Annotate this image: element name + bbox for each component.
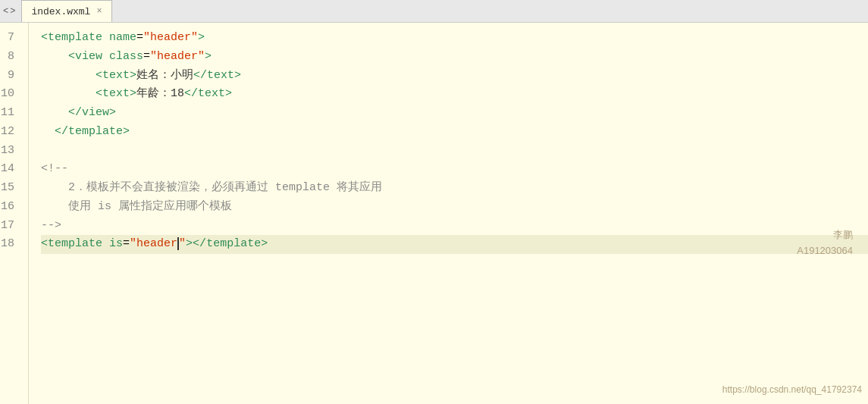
editor-container: 7 8 9 10 11 12 13 14 15 16 17 18 <templa…	[0, 23, 868, 404]
line-num-17: 17	[0, 217, 20, 236]
code-line-7: <template name="header">	[41, 29, 868, 48]
code-line-9: <text>姓名：小明</text>	[41, 67, 868, 86]
line-num-16: 16	[0, 198, 20, 217]
line-num-9: 9	[0, 67, 20, 86]
csdn-link: https://blog.csdn.net/qq_41792374	[722, 383, 868, 398]
code-line-17: -->	[41, 217, 868, 236]
code-line-18: <template is="header"></template>	[41, 235, 868, 254]
tab-nav-arrows[interactable]: < >	[3, 6, 15, 17]
line-numbers: 7 8 9 10 11 12 13 14 15 16 17 18	[0, 23, 29, 404]
file-tab[interactable]: index.wxml ×	[21, 0, 111, 22]
line-num-11: 11	[0, 104, 20, 123]
code-line-12: </template>	[41, 123, 868, 142]
tab-close-button[interactable]: ×	[96, 6, 102, 17]
code-line-8: <view class="header">	[41, 48, 868, 67]
line-num-14: 14	[0, 160, 20, 179]
nav-forward-arrow[interactable]: >	[10, 6, 15, 17]
code-line-10: <text>年龄：18</text>	[41, 85, 868, 104]
line-num-18: 18	[0, 235, 20, 254]
code-area[interactable]: <template name="header"> <view class="he…	[29, 23, 868, 404]
nav-back-arrow[interactable]: <	[3, 6, 8, 17]
line-num-15: 15	[0, 179, 20, 198]
code-line-16: 使用 is 属性指定应用哪个模板	[41, 198, 868, 217]
line-num-10: 10	[0, 85, 20, 104]
line-num-7: 7	[0, 29, 20, 48]
code-line-14: <!--	[41, 160, 868, 179]
code-line-13	[41, 142, 868, 161]
line-num-8: 8	[0, 48, 20, 67]
line-num-13: 13	[0, 142, 20, 161]
tab-filename: index.wxml	[31, 6, 90, 17]
code-line-11: </view>	[41, 104, 868, 123]
code-line-15: 2．模板并不会直接被渲染，必须再通过 template 将其应用	[41, 179, 868, 198]
tab-bar: < > index.wxml ×	[0, 0, 868, 23]
line-num-12: 12	[0, 123, 20, 142]
